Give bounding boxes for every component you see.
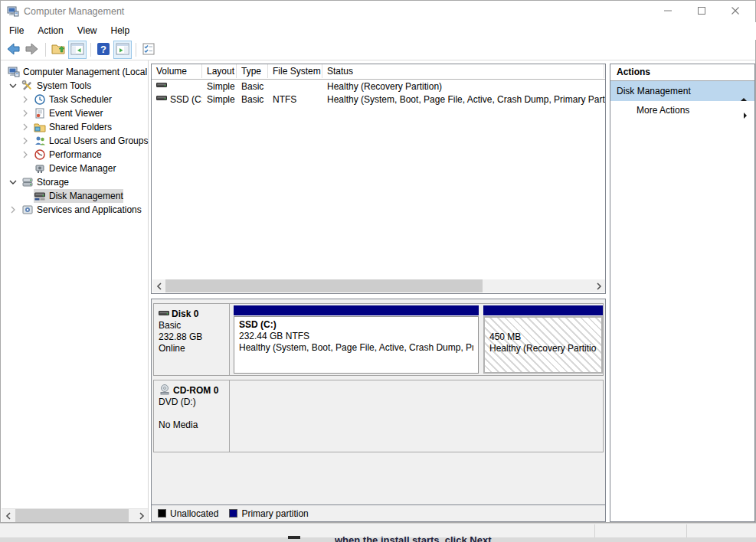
show-console-tree-button[interactable]: [68, 41, 87, 59]
computer-icon: [8, 66, 20, 78]
tree-item-device-manager[interactable]: Device Manager: [2, 162, 148, 175]
tree-item-services-and-applications[interactable]: Services and Applications: [2, 203, 148, 217]
cell-status: Healthy (Recovery Partition): [322, 80, 605, 93]
event-viewer-icon: [34, 107, 46, 119]
maximize-button[interactable]: [685, 1, 718, 22]
disk-0-label-cell[interactable]: Disk 0Basic232.88 GBOnline: [154, 304, 230, 375]
customize-button[interactable]: [139, 41, 158, 59]
tree-item-label: Disk Management: [49, 189, 123, 203]
partition-recovery[interactable]: 450 MBHealthy (Recovery Partition): [483, 305, 603, 374]
tree-node: Local Users and Groups: [34, 134, 148, 148]
tree-node: Performance: [34, 148, 102, 162]
volume-list-rows: SimpleBasicHealthy (Recovery Partition)S…: [152, 80, 605, 106]
scroll-right-button[interactable]: [135, 509, 148, 522]
tree-item-label: Shared Folders: [49, 120, 112, 134]
volume-icon: [156, 93, 170, 106]
partition-ssd-c[interactable]: SSD (C:)232.44 GB NTFSHealthy (System, B…: [234, 305, 479, 374]
toolbar: ?: [1, 40, 755, 60]
tree-item-label: Computer Management (Local: [23, 65, 147, 79]
tree-item-local-users-and-groups[interactable]: Local Users and Groups: [2, 134, 148, 148]
column-header-layout[interactable]: Layout: [202, 64, 237, 78]
back-button[interactable]: [4, 41, 22, 59]
tree-item-label: Performance: [49, 148, 102, 162]
tree-node: Disk Management: [34, 189, 123, 203]
tree-item-label: Storage: [37, 175, 69, 189]
more-actions-item[interactable]: More Actions: [610, 101, 754, 120]
tree-item-performance[interactable]: Performance: [2, 148, 148, 162]
disk-block-disk-0: Disk 0Basic232.88 GBOnlineSSD (C:)232.44…: [153, 303, 604, 376]
actions-pane: Actions Disk Management More Actions: [610, 64, 755, 522]
cell-layout: Simple: [202, 80, 237, 93]
chevron-expanded-icon[interactable]: [8, 177, 18, 188]
performance-icon: [34, 149, 46, 161]
partition-color-bar: [483, 305, 603, 315]
window-controls: [651, 1, 752, 22]
chevron-expanded-icon[interactable]: [8, 80, 18, 91]
chevron-collapsed-icon[interactable]: [20, 108, 31, 119]
close-icon: [731, 6, 739, 17]
cd-rom-0-partition-tray: [230, 380, 603, 452]
tree-item-storage[interactable]: Storage: [2, 175, 148, 189]
disk-name: CD-ROM 0: [173, 385, 218, 396]
chevron-collapsed-icon[interactable]: [8, 204, 18, 215]
disk-icon: [159, 308, 172, 321]
tree-horizontal-scrollbar[interactable]: [2, 508, 148, 522]
up-one-level-button[interactable]: [49, 41, 67, 59]
volume-row-ssd-c[interactable]: SSD (C:)SimpleBasicNTFSHealthy (System, …: [152, 93, 605, 106]
menu-action[interactable]: Action: [31, 22, 70, 40]
scrollbar-thumb[interactable]: [15, 509, 129, 522]
folder-up-icon: [51, 41, 66, 59]
actions-pane-title: Actions: [610, 64, 754, 81]
chevron-collapsed-icon[interactable]: [20, 136, 31, 146]
legend-swatch: [229, 509, 237, 518]
column-header-volume[interactable]: Volume: [152, 64, 202, 78]
column-header-file-system[interactable]: File System: [268, 64, 322, 78]
tree-item-computer-management-local[interactable]: Computer Management (Local: [2, 65, 148, 79]
close-button[interactable]: [718, 1, 752, 22]
scroll-left-button[interactable]: [152, 279, 165, 292]
disk-info-line: Online: [159, 343, 229, 354]
cd-rom-0-label-cell[interactable]: CD-ROM 0DVD (D:)No Media: [154, 380, 230, 452]
show-action-pane-button[interactable]: [113, 41, 132, 59]
services-icon: [21, 204, 34, 216]
column-header-status[interactable]: Status: [322, 64, 604, 78]
tree-item-event-viewer[interactable]: Event Viewer: [2, 106, 148, 120]
scroll-right-button[interactable]: [592, 279, 605, 292]
menu-file[interactable]: File: [2, 22, 31, 40]
export-list-icon: [141, 41, 156, 59]
cell-file-system: [268, 80, 322, 93]
volume-row-recovery[interactable]: SimpleBasicHealthy (Recovery Partition): [152, 80, 605, 93]
tree-item-label: Device Manager: [49, 162, 116, 175]
console-tree-icon: [70, 41, 85, 59]
chevron-collapsed-icon[interactable]: [20, 149, 31, 160]
app-icon: [7, 5, 19, 18]
scrollbar-thumb[interactable]: [165, 279, 483, 292]
disk-graphical-view: Disk 0Basic232.88 GBOnlineSSD (C:)232.44…: [151, 299, 606, 522]
minimize-button[interactable]: [651, 1, 685, 22]
volume-horizontal-scrollbar[interactable]: [152, 279, 605, 292]
more-actions-label: More Actions: [637, 105, 689, 116]
disk-block-cd-rom-0: CD-ROM 0DVD (D:)No Media: [153, 380, 604, 452]
menu-help[interactable]: Help: [104, 22, 137, 40]
legend-item-unallocated: Unallocated: [158, 508, 218, 519]
forward-button[interactable]: [23, 41, 41, 59]
disk-name: Disk 0: [172, 309, 198, 319]
device-manager-icon: [34, 162, 46, 175]
tree-item-system-tools[interactable]: System Tools: [2, 79, 148, 93]
chevron-collapsed-icon[interactable]: [20, 122, 31, 132]
tree-node: Shared Folders: [34, 120, 112, 134]
scroll-left-button[interactable]: [2, 509, 15, 522]
tree-item-shared-folders[interactable]: Shared Folders: [2, 120, 148, 134]
tree-node: Storage: [21, 175, 69, 189]
tree-item-disk-management[interactable]: Disk Management: [2, 189, 148, 203]
help-button[interactable]: ?: [94, 41, 113, 59]
actions-group-disk-management[interactable]: Disk Management: [610, 81, 754, 101]
system-tools-icon: [21, 80, 34, 92]
tree-item-task-scheduler[interactable]: Task Scheduler: [2, 93, 148, 106]
title-bar: Computer Management: [1, 1, 755, 22]
menu-view[interactable]: View: [70, 22, 104, 40]
chevron-collapsed-icon[interactable]: [20, 94, 31, 105]
column-header-type[interactable]: Type: [237, 64, 268, 78]
legend-item-primary-partition: Primary partition: [229, 508, 308, 519]
background-bullet: [288, 536, 300, 539]
